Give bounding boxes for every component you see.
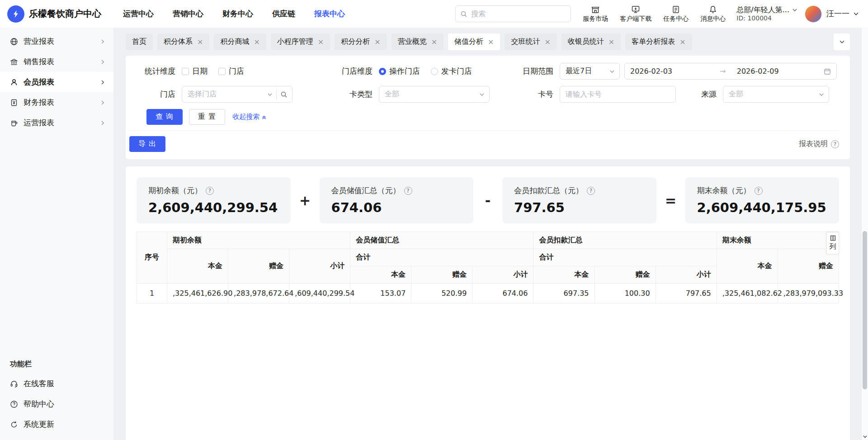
sidebar: 营业报表 销售报表 会员报表 [0, 28, 113, 440]
chevron-right-icon [100, 120, 105, 126]
col-opening-bonus: 赠金 [228, 249, 289, 284]
sidebar-item-operation-report[interactable]: 运营报表 [0, 113, 113, 133]
nav-report-center[interactable]: 报表中心 [314, 9, 345, 19]
help-center-item[interactable]: 帮助中心 [0, 394, 113, 414]
stored-value-table: 序号 期初余额 会员储值汇总 会员扣款汇总 期末余额 本金 赠金 小计 合计 [137, 232, 839, 303]
tab-close-icon[interactable]: × [488, 38, 494, 46]
tab-label: 小程序管理 [277, 37, 313, 47]
store-dim-issuing-radio[interactable]: 发卡门店 [431, 66, 472, 76]
tab-stored-value-analysis[interactable]: 储值分析 × [448, 33, 500, 50]
export-button[interactable]: 导 出 [129, 136, 165, 152]
tab-miniprogram[interactable]: 小程序管理 × [271, 33, 330, 50]
tabs-overflow-button[interactable] [834, 33, 850, 50]
date-preset-select[interactable]: 最近7日 [560, 63, 620, 80]
tab-close-icon[interactable]: × [197, 38, 203, 46]
nav-operation-center[interactable]: 运营中心 [123, 9, 154, 19]
col-opening-subtotal: 小计 [289, 249, 350, 284]
brand: 乐檬餐饮商户中心 [7, 5, 101, 23]
filter-row-1: 统计维度 日期 门店 门店维度 [128, 63, 839, 80]
col-ending-principal: 本金 [717, 249, 778, 284]
question-circle-icon[interactable]: ? [755, 187, 763, 195]
card-type-select[interactable]: 全部 [379, 86, 490, 103]
system-update-item[interactable]: 系统更新 [0, 414, 113, 435]
card-no-input[interactable] [560, 86, 676, 103]
search-input[interactable] [471, 10, 566, 18]
query-button[interactable]: 查 询 [146, 109, 183, 125]
sidebar-item-label: 运营报表 [24, 118, 54, 128]
tab-close-icon[interactable]: × [679, 38, 685, 46]
sidebar-item-finance-report[interactable]: 财务报表 [0, 92, 113, 113]
summary-ending-balance: 期末余额（元） ? 2,609,440,175.95 [685, 177, 840, 223]
tab-cashier-stats[interactable]: 收银员统计 × [561, 33, 621, 50]
tab-order-analysis-report[interactable]: 客单分析报表 × [625, 33, 692, 50]
tab-points-analysis[interactable]: 积分分析 × [335, 33, 387, 50]
tab-points-mall[interactable]: 积分商城 × [214, 33, 266, 50]
stat-dim-store-checkbox[interactable]: 门店 [218, 66, 244, 76]
store-select[interactable]: 选择门店 [182, 86, 292, 103]
tab-label: 营业概览 [398, 37, 427, 47]
source-select[interactable]: 全部 [723, 86, 829, 103]
sidebar-item-label: 财务报表 [24, 97, 54, 108]
avatar[interactable] [805, 5, 822, 23]
question-circle-icon: ? [831, 140, 839, 148]
nav-supply-chain[interactable]: 供应链 [272, 9, 295, 19]
service-market-action[interactable]: 服务市场 [583, 5, 608, 23]
sidebar-item-sales-report[interactable]: 销售报表 [0, 52, 113, 72]
nav-finance-center[interactable]: 财务中心 [222, 9, 253, 19]
tab-points-system[interactable]: 积分体系 × [157, 33, 209, 50]
chevron-right-icon [100, 59, 105, 65]
mug-icon [10, 119, 18, 127]
tab-close-icon[interactable]: × [374, 38, 380, 46]
stat-dim-date-checkbox[interactable]: 日期 [182, 66, 208, 76]
tab-close-icon[interactable]: × [431, 38, 437, 46]
tab-business-overview[interactable]: 营业概览 × [392, 33, 443, 50]
start-date-value: 2026-02-03 [630, 67, 717, 76]
column-settings-button[interactable]: 列 [826, 232, 839, 254]
tab-home[interactable]: 首页 [126, 33, 153, 50]
report-help[interactable]: 报表说明 ? [799, 139, 839, 149]
tab-close-icon[interactable]: × [544, 38, 550, 46]
sidebar-item-member-report[interactable]: 会员报表 [0, 72, 113, 92]
chevron-down-icon [792, 7, 797, 13]
tab-close-icon[interactable]: × [254, 38, 259, 46]
brand-name: 乐檬餐饮商户中心 [29, 8, 101, 20]
page-scrollbar[interactable] [861, 28, 868, 440]
question-circle-icon[interactable]: ? [206, 187, 214, 195]
message-center-action[interactable]: 消息中心 [700, 5, 726, 23]
date-range-picker[interactable]: 2026-02-03 → 2026-02-09 [624, 63, 837, 80]
top-bar: 乐檬餐饮商户中心 运营中心 营销中心 财务中心 供应链 报表中心 服务市场 [0, 0, 868, 28]
user-menu[interactable]: 汪一一 [826, 9, 859, 19]
tab-label: 收银员统计 [568, 37, 604, 47]
question-circle-icon[interactable]: ? [587, 187, 595, 195]
scrollbar-thumb[interactable] [863, 231, 867, 389]
store-label: 门店 [128, 89, 175, 99]
card-no-label: 卡号 [513, 89, 553, 99]
scrollbar-down-arrow[interactable] [862, 434, 868, 439]
reset-button[interactable]: 重 置 [189, 109, 225, 125]
tab-shift-stats[interactable]: 交班统计 × [505, 33, 557, 50]
quick-action-label: 客户端下载 [620, 15, 651, 23]
task-icon [671, 5, 680, 14]
store-icon [591, 5, 600, 14]
tab-close-icon[interactable]: × [609, 38, 614, 46]
col-opening-principal: 本金 [167, 249, 228, 284]
online-service-item[interactable]: 在线客服 [0, 374, 113, 394]
report-panel: 期初余额（元） ? 2,609,440,299.54 + 会员储值汇总（元） ?… [126, 166, 850, 440]
collapse-up-icon [261, 114, 267, 120]
tab-close-icon[interactable]: × [318, 38, 324, 46]
store-search-icon[interactable] [280, 91, 288, 98]
card-type-value: 全部 [385, 90, 476, 99]
col-group-opening-balance: 期初余额 [167, 232, 350, 249]
org-switcher[interactable]: 总部/年轻人第... ID: 100004 [736, 5, 797, 23]
collapse-search-link[interactable]: 收起搜索 [232, 113, 267, 121]
task-center-action[interactable]: 任务中心 [663, 5, 689, 23]
app-root: 乐檬餐饮商户中心 运营中心 营销中心 财务中心 供应链 报表中心 服务市场 [0, 0, 868, 440]
sidebar-item-business-report[interactable]: 营业报表 [0, 31, 113, 52]
question-circle-icon[interactable]: ? [404, 187, 412, 195]
nav-marketing-center[interactable]: 营销中心 [173, 9, 203, 19]
sidebar-item-label: 销售报表 [24, 57, 54, 67]
chevron-down-icon [609, 69, 615, 74]
quick-action-label: 服务市场 [583, 15, 608, 23]
client-download-action[interactable]: 客户端下载 [620, 5, 651, 23]
store-dim-operating-radio[interactable]: 操作门店 [379, 66, 420, 76]
